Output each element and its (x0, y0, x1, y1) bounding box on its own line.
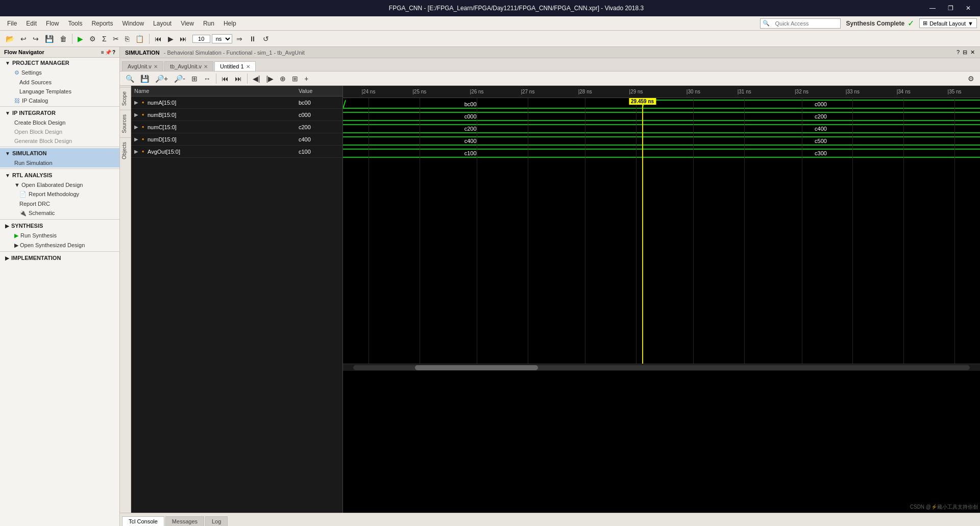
signal-row-avgout[interactable]: ▶ 🔸 AvgOut[15:0] c100 (131, 146, 342, 158)
section-synthesis[interactable]: ▶ SYNTHESIS (0, 221, 119, 231)
close-button[interactable]: ✕ (962, 4, 975, 13)
nav-run-synthesis[interactable]: ▶Run Synthesis (0, 231, 119, 241)
waveform-display[interactable]: |24 ns |25 ns |26 ns |27 ns |28 ns |29 n… (343, 86, 980, 513)
side-tab-objects[interactable]: Objects (120, 137, 131, 163)
toolbar-open-btn[interactable]: 📂 (3, 33, 17, 45)
menu-tools[interactable]: Tools (64, 18, 86, 29)
wave-fit-btn[interactable]: ⊞ (189, 73, 200, 85)
nav-schematic[interactable]: 🔌Schematic (0, 208, 119, 218)
wave-zoom-in-btn[interactable]: 🔎+ (153, 73, 170, 85)
menu-flow[interactable]: Flow (42, 18, 63, 29)
close-avgunit-tab[interactable]: ✕ (154, 64, 158, 69)
toolbar-copy-btn[interactable]: ⎘ (122, 33, 132, 45)
expand-avgout[interactable]: ▶ (134, 149, 138, 154)
nav-create-block-design[interactable]: Create Block Design (0, 118, 119, 127)
wave-end-btn[interactable]: ⏭ (232, 73, 244, 85)
toolbar-delete-btn[interactable]: 🗑 (57, 33, 69, 45)
nav-report-methodology[interactable]: 📄Report Methodology (0, 189, 119, 199)
toolbar-sim-btn[interactable]: ⚙ (87, 33, 99, 45)
time-unit-select[interactable]: ns ps us (212, 34, 232, 43)
wave-cursor-btn[interactable]: ⊕ (277, 73, 288, 85)
h-scrollbar[interactable] (343, 364, 980, 371)
menu-window[interactable]: Window (118, 18, 148, 29)
close-untitled-tab[interactable]: ✕ (246, 64, 250, 69)
tab-avgunit-v[interactable]: AvgUnit.v ✕ (122, 61, 163, 71)
expand-numc[interactable]: ▶ (134, 124, 138, 130)
wave-marker-btn[interactable]: ⊞ (289, 73, 301, 85)
nav-open-synthesized-design[interactable]: ▶ Open Synthesized Design (0, 241, 119, 250)
section-ip-integrator[interactable]: ▼ IP INTEGRATOR (0, 108, 119, 118)
nav-language-templates[interactable]: Language Templates (0, 87, 119, 96)
tab-tb-avgunit-v[interactable]: tb_AvgUnit.v ✕ (164, 61, 213, 71)
nav-ip-catalog[interactable]: ⛓IP Catalog (0, 96, 119, 105)
toolbar-redo-btn[interactable]: ↪ (30, 33, 41, 45)
menu-file[interactable]: File (3, 18, 21, 29)
toolbar-paste-btn[interactable]: 📋 (133, 33, 146, 45)
expand-numb[interactable]: ▶ (134, 112, 138, 117)
menu-reports[interactable]: Reports (87, 18, 117, 29)
toolbar-begin-btn[interactable]: ⏮ (152, 33, 164, 45)
time-value-input[interactable] (192, 35, 210, 43)
expand-numd[interactable]: ▶ (134, 136, 138, 142)
menu-view[interactable]: View (177, 18, 198, 29)
section-simulation[interactable]: ▼ SIMULATION (0, 148, 119, 158)
toolbar-save-btn[interactable]: 💾 (42, 33, 56, 45)
wave-search-btn[interactable]: 🔍 (123, 73, 137, 85)
menu-edit[interactable]: Edit (22, 18, 41, 29)
tab-log[interactable]: Log (205, 516, 228, 526)
quick-access-input[interactable] (772, 19, 838, 28)
toolbar-sum-btn[interactable]: Σ (100, 33, 109, 45)
nav-add-sources[interactable]: Add Sources (0, 78, 119, 87)
menu-help[interactable]: Help (219, 18, 240, 29)
signal-row-numc[interactable]: ▶ 🔸 numC[15:0] c200 (131, 121, 342, 133)
toolbar-run-btn[interactable]: ▶ (75, 33, 86, 45)
tab-tcl-console[interactable]: Tcl Console (122, 516, 164, 526)
close-tb-tab[interactable]: ✕ (204, 64, 208, 69)
sim-float-icon[interactable]: ⊟ (963, 49, 967, 56)
wave-zoom-range-btn[interactable]: ↔ (201, 73, 213, 85)
signal-row-numd[interactable]: ▶ 🔸 numD[15:0] c400 (131, 133, 342, 146)
pause-btn[interactable]: ⏸ (247, 33, 259, 45)
toolbar-undo-btn[interactable]: ↩ (18, 33, 29, 45)
toolbar-cut-btn[interactable]: ✂ (110, 33, 121, 45)
wave-settings-btn[interactable]: ⚙ (965, 73, 977, 85)
section-project-manager[interactable]: ▼ PROJECT MANAGER (0, 58, 119, 68)
toolbar-step-btn[interactable]: ⏭ (177, 33, 189, 45)
refresh-btn[interactable]: ↺ (260, 33, 272, 45)
menu-layout[interactable]: Layout (149, 18, 176, 29)
nav-scroll-help[interactable]: ? (112, 50, 115, 55)
side-tab-scope[interactable]: Scope (120, 87, 131, 110)
expand-numa[interactable]: ▶ (134, 100, 138, 105)
tab-untitled-1[interactable]: Untitled 1 ✕ (214, 61, 255, 71)
nav-generate-block-design[interactable]: Generate Block Design (0, 136, 119, 146)
sim-help-icon[interactable]: ? (957, 49, 960, 56)
toolbar-play2-btn[interactable]: ▶ (165, 33, 176, 45)
wave-prev-edge-btn[interactable]: ◀| (250, 73, 263, 85)
time-apply-btn[interactable]: ⇒ (234, 33, 245, 45)
nav-open-elaborated-design[interactable]: ▼ Open Elaborated Design (0, 180, 119, 189)
minimize-button[interactable]: — (925, 4, 940, 13)
side-tab-sources[interactable]: Sources (120, 110, 131, 137)
layout-dropdown[interactable]: ⊞ Default Layout ▼ (919, 18, 977, 28)
wave-add-marker-btn[interactable]: + (302, 73, 311, 85)
section-rtl-analysis[interactable]: ▼ RTL ANALYSIS (0, 170, 119, 180)
sim-close-icon[interactable]: ✕ (970, 49, 975, 56)
signal-row-numb[interactable]: ▶ 🔸 numB[15:0] c000 (131, 109, 342, 121)
restore-button[interactable]: ❐ (944, 4, 958, 13)
nav-open-block-design[interactable]: Open Block Design (0, 127, 119, 136)
window-controls[interactable]: — ❐ ✕ (925, 4, 975, 13)
nav-settings[interactable]: ⚙Settings (0, 68, 119, 78)
wave-save-btn[interactable]: 💾 (138, 73, 152, 85)
signal-row-numa[interactable]: ▶ 🔸 numA[15:0] bc00 (131, 97, 342, 109)
tab-messages[interactable]: Messages (165, 516, 204, 526)
wave-zoom-out-btn[interactable]: 🔎- (172, 73, 188, 85)
nav-scroll-pin[interactable]: 📌 (105, 50, 111, 55)
nav-report-drc[interactable]: Report DRC (0, 199, 119, 208)
section-implementation[interactable]: ▶ IMPLEMENTATION (0, 253, 119, 263)
menu-run[interactable]: Run (199, 18, 218, 29)
nav-run-simulation[interactable]: Run Simulation (0, 158, 119, 168)
nav-scroll-up[interactable]: ≡ (101, 50, 104, 55)
scroll-thumb[interactable] (415, 365, 538, 370)
wave-begin-btn[interactable]: ⏮ (219, 73, 231, 85)
wave-next-edge-btn[interactable]: |▶ (264, 73, 277, 85)
